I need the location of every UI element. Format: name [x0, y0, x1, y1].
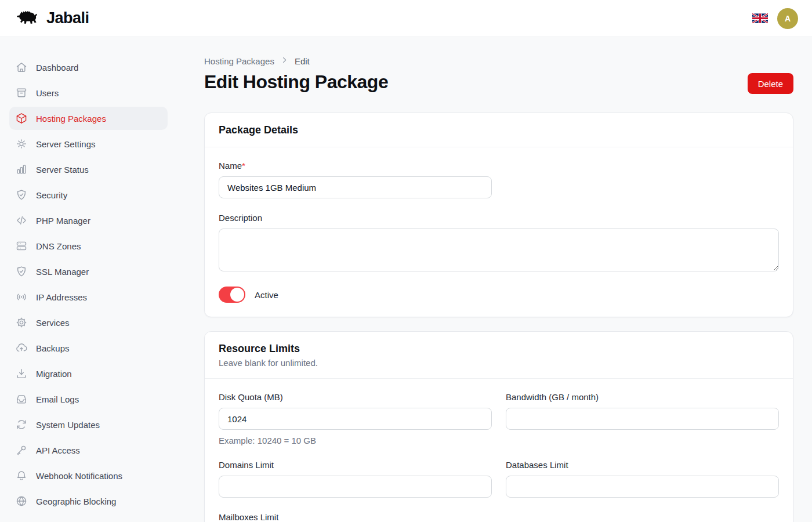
sidebar-item-label: Email Logs — [36, 394, 79, 404]
disk-quota-label: Disk Quota (MB) — [219, 393, 492, 402]
sidebar-item-label: Backups — [36, 343, 70, 353]
name-field-group: Name* — [219, 161, 492, 198]
breadcrumb: Hosting Packages Edit — [204, 56, 793, 66]
databases-limit-input[interactable] — [506, 476, 779, 498]
shield-check-icon — [15, 188, 28, 201]
sidebar-item-migration[interactable]: Migration — [9, 362, 168, 385]
description-field-group: Description — [219, 213, 779, 271]
sidebar-item-dashboard[interactable]: Dashboard — [9, 56, 168, 79]
signal-icon — [15, 291, 28, 303]
sidebar-item-label: PHP Manager — [36, 216, 90, 226]
sidebar-item-system-updates[interactable]: System Updates — [9, 413, 168, 436]
sidebar-item-label: Migration — [36, 369, 72, 379]
brand-logo[interactable]: Jabali — [14, 8, 89, 30]
bandwidth-field-group: Bandwidth (GB / month) — [506, 393, 779, 445]
databases-limit-field-group: Databases Limit — [506, 461, 779, 498]
sidebar-item-server-settings[interactable]: Server Settings — [9, 132, 168, 155]
resource-limits-card: Resource Limits Leave blank for unlimite… — [204, 331, 793, 522]
resource-limits-subtitle: Leave blank for unlimited. — [219, 357, 779, 369]
disk-quota-input[interactable] — [219, 408, 492, 430]
sidebar-item-server-status[interactable]: Server Status — [9, 158, 168, 181]
sidebar-item-webhook-notifications[interactable]: Webhook Notifications — [9, 464, 168, 487]
domains-limit-field-group: Domains Limit — [219, 461, 492, 498]
sidebar-item-label: Server Status — [36, 165, 89, 175]
bell-icon — [15, 469, 28, 482]
sidebar-item-label: DNS Zones — [36, 241, 81, 251]
resource-limits-title: Resource Limits — [219, 342, 779, 355]
sidebar-nav: Dashboard Users Hosting Packages Server … — [0, 37, 176, 522]
breadcrumb-hosting-packages[interactable]: Hosting Packages — [204, 56, 274, 66]
sidebar-item-label: Geographic Blocking — [36, 496, 116, 506]
sidebar-item-security[interactable]: Security — [9, 183, 168, 206]
sidebar-item-label: IP Addresses — [36, 292, 87, 302]
sidebar-item-dns-zones[interactable]: DNS Zones — [9, 234, 168, 258]
sidebar-item-ssl-manager[interactable]: SSL Manager — [9, 260, 168, 283]
sidebar-item-label: Users — [36, 88, 59, 98]
shield-check-icon — [15, 265, 28, 278]
sidebar-item-label: Hosting Packages — [36, 114, 106, 124]
required-marker: * — [242, 161, 245, 171]
name-input[interactable] — [219, 176, 492, 198]
bandwidth-input[interactable] — [506, 408, 779, 430]
active-toggle-label: Active — [255, 290, 278, 300]
language-selector[interactable] — [752, 13, 768, 24]
sidebar-item-users[interactable]: Users — [9, 81, 168, 104]
breadcrumb-edit: Edit — [295, 56, 310, 66]
package-details-title: Package Details — [219, 124, 779, 136]
chevron-right-icon — [280, 56, 289, 66]
main-content: Hosting Packages Edit Edit Hosting Packa… — [176, 37, 812, 522]
sidebar-item-label: API Access — [36, 445, 80, 455]
domains-limit-input[interactable] — [219, 476, 492, 498]
cube-icon — [15, 112, 28, 125]
description-textarea[interactable] — [219, 229, 779, 271]
uk-flag-icon — [752, 13, 768, 24]
sidebar-item-ip-addresses[interactable]: IP Addresses — [9, 285, 168, 309]
sidebar-item-email-logs[interactable]: Email Logs — [9, 387, 168, 411]
bar-chart-icon — [15, 163, 28, 176]
bandwidth-label: Bandwidth (GB / month) — [506, 393, 779, 402]
sidebar-item-backups[interactable]: Backups — [9, 336, 168, 360]
inbox-icon — [15, 393, 28, 405]
sidebar-item-api-access[interactable]: API Access — [9, 438, 168, 462]
download-icon — [15, 367, 28, 380]
globe-icon — [15, 495, 28, 507]
name-label: Name* — [219, 161, 492, 171]
sidebar-item-label: Server Settings — [36, 139, 96, 149]
server-stack-icon — [15, 240, 28, 252]
top-header: Jabali A — [0, 0, 812, 37]
sidebar-item-label: Dashboard — [36, 63, 78, 72]
page-title: Edit Hosting Package — [204, 72, 388, 92]
disk-quota-helper: Example: 10240 = 10 GB — [219, 436, 492, 445]
sidebar-item-label: Services — [36, 318, 70, 328]
gear-icon — [15, 137, 28, 150]
refresh-icon — [15, 418, 28, 431]
sidebar-item-label: Security — [36, 190, 67, 200]
disk-quota-field-group: Disk Quota (MB) Example: 10240 = 10 GB — [219, 393, 492, 445]
boar-logo-icon — [14, 8, 41, 30]
mailboxes-limit-label: Mailboxes Limit — [219, 513, 492, 522]
description-label: Description — [219, 213, 779, 223]
cloud-upload-icon — [15, 342, 28, 354]
home-icon — [15, 61, 28, 74]
sidebar-item-label: System Updates — [36, 420, 100, 430]
sidebar-item-services[interactable]: Services — [9, 311, 168, 334]
delete-button[interactable]: Delete — [748, 73, 793, 94]
code-icon — [15, 214, 28, 227]
databases-limit-label: Databases Limit — [506, 461, 779, 470]
sidebar-item-hosting-packages[interactable]: Hosting Packages — [9, 107, 168, 130]
brand-name: Jabali — [46, 9, 89, 27]
active-toggle[interactable] — [219, 287, 245, 303]
active-toggle-row: Active — [219, 287, 779, 303]
user-avatar[interactable]: A — [777, 8, 798, 29]
cog-icon — [15, 316, 28, 329]
package-details-card: Package Details Name* Description Active — [204, 113, 793, 317]
sidebar-item-label: SSL Manager — [36, 267, 89, 277]
archive-box-icon — [15, 86, 28, 99]
sidebar-item-label: Webhook Notifications — [36, 471, 122, 481]
sidebar-item-php-manager[interactable]: PHP Manager — [9, 209, 168, 232]
key-icon — [15, 444, 28, 456]
domains-limit-label: Domains Limit — [219, 461, 492, 470]
sidebar-item-geographic-blocking[interactable]: Geographic Blocking — [9, 490, 168, 513]
mailboxes-limit-field-group: Mailboxes Limit — [219, 513, 492, 522]
